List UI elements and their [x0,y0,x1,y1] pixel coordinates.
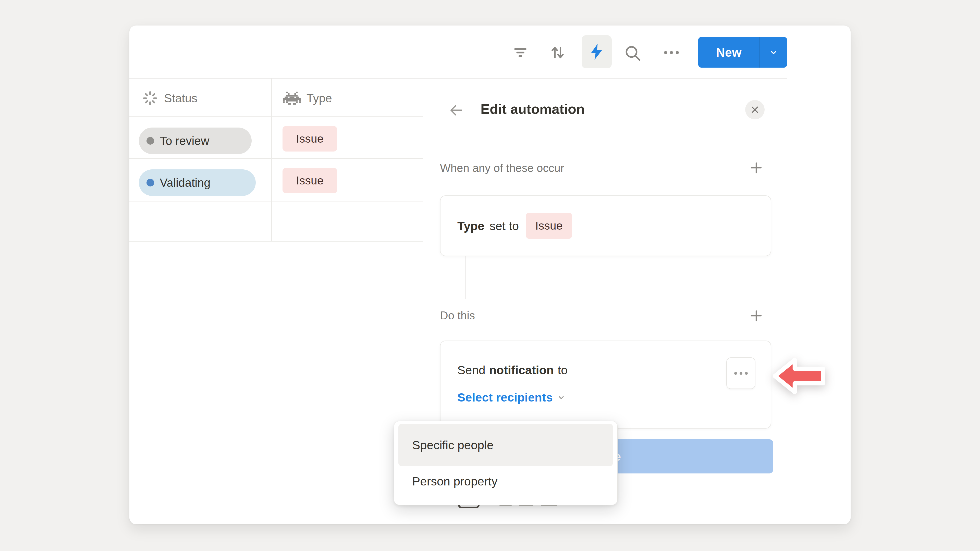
column-divider [271,79,272,241]
recipients-dropdown-menu: Specific people Person property [394,421,617,505]
type-tag-issue[interactable]: Issue [283,168,337,193]
red-arrow-annotation [773,355,826,397]
type-tag-label: Issue [296,132,324,145]
more-ellipsis-icon [664,51,667,54]
chevron-down-icon [556,392,566,402]
new-button-group: New [698,37,787,68]
trigger-verb: set to [490,219,519,233]
filter-button[interactable] [511,43,530,62]
new-button[interactable]: New [698,37,759,68]
arrow-left-icon [449,102,464,118]
app-window: New Status [129,25,851,524]
more-ellipsis-icon [734,372,737,375]
trigger-section-label: When any of these occur [440,162,564,175]
close-icon [750,105,759,114]
status-dot [146,137,154,144]
select-recipients-link[interactable]: Select recipients [457,390,566,404]
action-sentence: Send notification to [457,363,771,377]
sort-button[interactable] [548,43,567,62]
new-dropdown-button[interactable] [760,37,787,68]
column-header-type[interactable]: Type [283,87,332,109]
status-pill-label: Validating [160,176,210,189]
screenshot-root: New Status [0,0,980,551]
column-header-status[interactable]: Status [142,87,197,109]
action-suffix: to [558,363,568,377]
status-pill-to-review[interactable]: To review [139,127,251,154]
status-spinner-icon [142,90,159,106]
sort-icon [549,44,566,61]
dropdown-item-person-property[interactable]: Person property [398,466,613,496]
back-button[interactable] [447,100,466,120]
action-more-button[interactable] [726,357,756,389]
view-options-button[interactable] [661,44,682,61]
trigger-card[interactable]: Type set to Issue [440,195,771,256]
search-icon [624,44,642,62]
flow-connector-line [465,256,466,299]
trigger-value-chip: Issue [526,213,572,239]
column-header-label: Type [307,91,332,105]
plus-icon [749,160,764,175]
row-divider [129,116,423,117]
type-tag-issue[interactable]: Issue [283,126,337,151]
chevron-down-icon [768,47,779,57]
row-divider [129,202,423,202]
action-section-label: Do this [440,309,475,322]
status-dot [146,179,154,186]
automations-button[interactable] [582,35,612,68]
trigger-property: Type [457,219,484,233]
add-action-button[interactable] [748,307,765,324]
filter-icon [512,44,529,61]
row-divider [129,241,423,241]
toolbar-divider [129,78,788,79]
action-card: Send notification to Select recipients [440,341,771,429]
add-trigger-button[interactable] [748,159,765,176]
status-pill-validating[interactable]: Validating [139,169,256,196]
search-button[interactable] [623,43,642,63]
panel-title: Edit automation [480,101,585,117]
row-divider [129,158,423,159]
column-header-label: Status [164,91,197,105]
lightning-icon [587,41,606,62]
status-pill-label: To review [160,134,209,148]
close-button[interactable] [745,100,765,119]
dropdown-item-specific-people[interactable]: Specific people [398,424,613,466]
type-tag-label: Issue [296,174,324,187]
action-prefix: Send [457,363,485,377]
action-type: notification [489,363,554,377]
plus-icon [749,308,764,323]
bug-invader-icon [283,91,301,106]
